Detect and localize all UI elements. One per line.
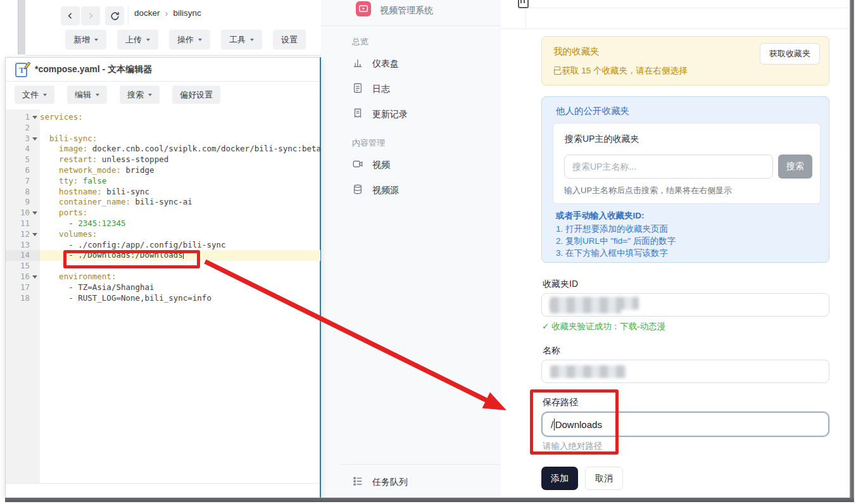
line-gutter: 5	[6, 154, 40, 165]
my-favorites-status: 已获取 15 个收藏夹，请在右侧选择	[553, 65, 688, 77]
caret-down-icon	[43, 94, 47, 96]
app-logo-icon	[356, 1, 371, 16]
code-line-9[interactable]: 9 container_name: bili-sync-ai	[6, 197, 320, 208]
up-search-input[interactable]	[564, 154, 773, 179]
clipped-toolbar-icon	[518, 0, 529, 8]
add-button[interactable]: 添加	[541, 467, 578, 490]
search-button[interactable]: 搜索	[778, 154, 812, 179]
button-上传[interactable]: 上传	[117, 30, 158, 49]
button-编辑[interactable]: 编辑	[67, 85, 107, 104]
editor-statusbar	[6, 483, 320, 498]
code-line-8[interactable]: 8 hostname: bili-sync	[6, 187, 320, 198]
button-新增[interactable]: 新增	[65, 30, 106, 49]
text-editor-icon: T	[15, 61, 31, 79]
name-label: 名称	[543, 345, 560, 356]
line-gutter: 4	[6, 144, 40, 154]
up-search-hint: 输入UP主名称后点击搜索，结果将在右侧显示	[564, 185, 732, 196]
code-line-7[interactable]: 7 tty: false	[6, 176, 320, 187]
fold-caret-icon	[32, 116, 37, 119]
line-gutter: 13	[6, 240, 40, 251]
line-gutter: 16	[6, 272, 40, 282]
source-icon	[352, 184, 363, 198]
file-station-window: docker › bilisync 新增上传操作工具设置	[25, 0, 321, 56]
button-搜索[interactable]: 搜索	[120, 85, 160, 104]
fold-caret-icon	[32, 211, 37, 215]
public-favorites-title: 他人的公开收藏夹	[556, 105, 629, 117]
manual-id-step: 3. 在下方输入框中填写该数字	[556, 247, 676, 259]
line-gutter: 1	[6, 112, 40, 123]
refresh-button[interactable]	[105, 6, 124, 25]
app-title: 视频管理系统	[380, 5, 433, 16]
code-line-2[interactable]: 2	[6, 123, 320, 134]
code-line-12[interactable]: 12 volumes:	[6, 229, 320, 240]
line-gutter: 15	[6, 261, 40, 272]
back-button[interactable]	[61, 6, 80, 25]
webapp-sidebar-header: 视频管理系统	[321, 0, 501, 26]
button-文件[interactable]: 文件	[15, 85, 54, 104]
fav-id-input[interactable]	[541, 293, 829, 317]
fold-caret-icon	[32, 233, 37, 236]
caret-down-icon	[148, 94, 152, 96]
screenshot-root: 视频管理系统 总览仪表盘日志更新记录内容管理视频视频源 任务队列 我的收藏夹 已…	[0, 0, 856, 504]
code-line-18[interactable]: 18 - RUST_LOG=None,bili_sync=info	[6, 293, 320, 304]
sidebar-item-task-queue[interactable]: 任务队列	[352, 475, 485, 490]
code-line-16[interactable]: 16 environment:	[6, 272, 320, 282]
button-操作[interactable]: 操作	[169, 30, 210, 49]
code-line-11[interactable]: 11 - 2345:12345	[6, 218, 320, 229]
sidebar-item-dashboard[interactable]: 仪表盘	[352, 56, 485, 72]
name-input[interactable]	[541, 360, 829, 383]
line-gutter: 14	[6, 250, 40, 261]
code-line-13[interactable]: 13 - ./config:/app/.config/bili-sync	[6, 240, 320, 251]
button-设置[interactable]: 设置	[273, 30, 306, 49]
file-station-toolbar: 新增上传操作工具设置	[65, 30, 306, 49]
sidebar-divider	[340, 464, 501, 465]
log-icon	[352, 82, 363, 96]
redacted-value	[550, 365, 626, 378]
breadcrumb[interactable]: docker › bilisync	[134, 0, 201, 25]
public-favorites-panel: 他人的公开收藏夹 搜索UP主的收藏夹 搜索 输入UP主名称后点击搜索，结果将在右…	[541, 96, 829, 263]
text-editor-window: T *compose.yaml - 文本编辑器 文件编辑搜索偏好设置 1serv…	[5, 57, 321, 498]
button-偏好设置[interactable]: 偏好设置	[172, 85, 220, 104]
line-gutter: 11	[6, 218, 40, 229]
sidebar-item-source[interactable]: 视频源	[352, 183, 485, 198]
sidebar-section-label: 内容管理	[352, 137, 385, 149]
code-line-10[interactable]: 10 ports:	[6, 208, 320, 218]
line-gutter: 3	[6, 134, 40, 144]
window-right-edge	[850, 0, 854, 502]
code-line-4[interactable]: 4 image: docker.cnb.cool/sviplk.com/dock…	[6, 144, 320, 154]
sidebar-item-video[interactable]: 视频	[352, 158, 485, 173]
breadcrumb-folder[interactable]: bilisync	[173, 8, 201, 18]
header-vdivider	[526, 8, 526, 28]
forward-button[interactable]	[81, 6, 100, 25]
button-工具[interactable]: 工具	[221, 30, 262, 49]
my-favorites-title: 我的收藏夹	[553, 46, 600, 58]
code-line-6[interactable]: 6 network_mode: bridge	[6, 165, 320, 176]
svg-text:T: T	[19, 65, 25, 75]
verify-success-message: ✓ 收藏夹验证成功：下载-动态漫	[542, 321, 665, 332]
caret-down-icon	[94, 39, 98, 41]
my-favorites-panel: 我的收藏夹 已获取 15 个收藏夹，请在右侧选择 获取收藏夹	[541, 36, 829, 85]
code-line-3[interactable]: 3 bili-sync:	[6, 134, 320, 144]
cancel-button[interactable]: 取消	[585, 467, 623, 490]
task-queue-icon	[352, 476, 363, 489]
manual-id-steps: 1. 打开想要添加的收藏夹页面2. 复制URL中 "fid=" 后面的数字3. …	[556, 223, 676, 259]
code-line-5[interactable]: 5 restart: unless-stopped	[6, 154, 320, 165]
up-search-card: 搜索UP主的收藏夹 搜索 输入UP主名称后点击搜索，结果将在右侧显示	[553, 123, 821, 204]
line-gutter: 2	[6, 123, 40, 134]
line-gutter: 9	[6, 197, 40, 208]
fold-caret-icon	[32, 275, 37, 279]
sidebar-section-label: 总览	[352, 36, 368, 47]
editor-title: *compose.yaml - 文本编辑器	[35, 64, 152, 75]
breadcrumb-folder[interactable]: docker	[134, 8, 160, 18]
line-gutter: 17	[6, 282, 40, 293]
sidebar-item-log[interactable]: 日志	[352, 82, 485, 97]
code-line-17[interactable]: 17 - TZ=Asia/Shanghai	[6, 282, 320, 293]
header-divider	[526, 8, 850, 8]
sidebar-item-changelog[interactable]: 更新记录	[352, 107, 485, 122]
redacted-value	[550, 297, 639, 313]
code-line-1[interactable]: 1services:	[6, 112, 320, 123]
editor-code-area[interactable]: 1services:23 bili-sync:4 image: docker.c…	[6, 110, 320, 303]
get-favorites-button[interactable]: 获取收藏夹	[760, 43, 820, 65]
caret-down-icon	[250, 39, 254, 41]
manual-id-step: 2. 复制URL中 "fid=" 后面的数字	[556, 235, 676, 247]
